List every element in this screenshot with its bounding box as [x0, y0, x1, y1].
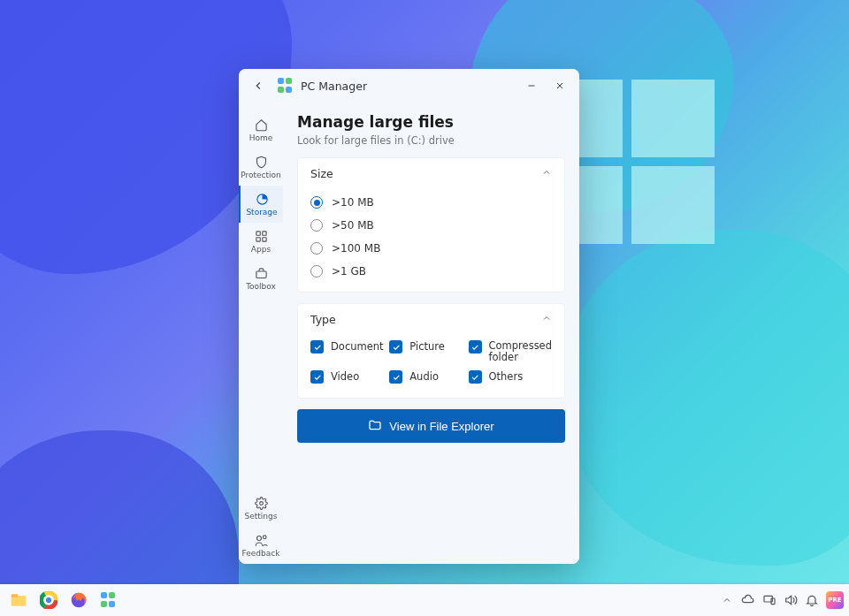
type-option-label: Others	[489, 370, 524, 383]
tray-dev-badge[interactable]: PRE	[826, 591, 844, 609]
pc-manager-window: PC Manager Home Protection	[239, 69, 579, 564]
tray-devices-icon[interactable]	[762, 593, 776, 607]
home-icon	[254, 118, 268, 132]
size-card-header[interactable]: Size	[298, 158, 564, 189]
svg-rect-3	[256, 237, 259, 240]
sidebar-item-storage[interactable]: Storage	[239, 186, 283, 223]
size-option-10mb[interactable]: >10 MB	[310, 191, 552, 214]
checkbox-icon	[310, 340, 324, 354]
sidebar-item-label: Settings	[245, 512, 278, 521]
titlebar[interactable]: PC Manager	[239, 69, 579, 103]
type-option-label: Audio	[409, 370, 439, 383]
size-title: Size	[310, 167, 333, 180]
size-option-label: >1 GB	[332, 265, 366, 278]
chevron-up-icon	[541, 167, 552, 180]
checkbox-icon	[469, 340, 482, 354]
radio-icon	[310, 196, 323, 209]
sidebar-item-feedback[interactable]: Feedback	[239, 527, 283, 564]
page-subtitle: Look for large files in (C:) drive	[297, 134, 565, 147]
size-card: Size >10 MB >50 MB	[297, 157, 565, 293]
sidebar-item-label: Protection	[241, 171, 281, 179]
sidebar-item-label: Apps	[251, 245, 271, 254]
chevron-up-icon	[541, 313, 552, 326]
type-option-picture[interactable]: Picture	[389, 340, 463, 363]
size-option-label: >100 MB	[332, 242, 380, 255]
desktop: PC Manager Home Protection	[0, 0, 849, 616]
radio-icon	[310, 219, 323, 232]
checkbox-icon	[389, 340, 402, 354]
taskbar-firefox[interactable]	[65, 587, 92, 613]
sidebar-item-apps[interactable]: Apps	[239, 223, 283, 260]
size-option-label: >10 MB	[332, 196, 374, 209]
size-option-label: >50 MB	[332, 219, 374, 232]
storage-icon	[255, 192, 269, 206]
pc-manager-logo-icon	[278, 78, 294, 94]
size-option-100mb[interactable]: >100 MB	[310, 237, 552, 260]
tray-volume-icon[interactable]	[784, 593, 798, 607]
type-card-header[interactable]: Type	[298, 304, 564, 335]
view-in-file-explorer-button[interactable]: View in File Explorer	[297, 409, 565, 443]
taskbar: PRE	[0, 584, 849, 616]
sidebar: Home Protection Storage Apps Toolbox	[239, 103, 283, 564]
svg-rect-2	[262, 231, 265, 234]
svg-point-6	[259, 501, 263, 505]
sidebar-item-label: Storage	[246, 208, 277, 217]
taskbar-file-explorer[interactable]	[5, 587, 32, 613]
folder-icon	[368, 418, 382, 435]
type-option-label: Picture	[409, 340, 445, 353]
page-title: Manage large files	[297, 113, 565, 131]
checkbox-icon	[389, 370, 402, 384]
checkbox-icon	[469, 370, 482, 384]
sidebar-item-label: Feedback	[242, 549, 280, 558]
svg-rect-19	[771, 598, 775, 605]
minimize-button[interactable]	[517, 72, 546, 99]
wallpaper-shape	[566, 230, 849, 566]
back-button[interactable]	[244, 72, 272, 99]
svg-rect-9	[11, 596, 27, 606]
size-option-50mb[interactable]: >50 MB	[310, 214, 552, 237]
type-option-others[interactable]: Others	[469, 370, 552, 384]
shield-icon	[254, 155, 268, 169]
type-option-compressed[interactable]: Compressed folder	[469, 340, 552, 363]
type-option-label: Compressed folder	[489, 340, 552, 363]
type-card: Type Document Picture	[297, 303, 565, 399]
tray-chevron-icon[interactable]	[720, 593, 734, 607]
type-title: Type	[310, 313, 336, 326]
size-option-1gb[interactable]: >1 GB	[310, 260, 552, 283]
sidebar-item-toolbox[interactable]: Toolbox	[239, 260, 283, 297]
radio-icon	[310, 265, 323, 278]
sidebar-item-home[interactable]: Home	[239, 111, 283, 148]
radio-icon	[310, 242, 323, 255]
svg-rect-4	[262, 237, 265, 240]
svg-point-8	[263, 535, 266, 538]
type-option-label: Video	[331, 370, 359, 383]
type-option-audio[interactable]: Audio	[389, 370, 463, 384]
button-label: View in File Explorer	[389, 420, 493, 433]
close-button[interactable]	[546, 72, 574, 99]
svg-rect-1	[256, 231, 259, 234]
sidebar-item-label: Home	[249, 133, 273, 142]
app-title: PC Manager	[301, 80, 517, 93]
tray-onedrive-icon[interactable]	[741, 593, 755, 607]
sidebar-item-label: Toolbox	[246, 282, 276, 291]
taskbar-chrome[interactable]	[35, 587, 62, 613]
svg-rect-5	[256, 271, 265, 278]
svg-rect-10	[11, 594, 19, 597]
tray-notifications-icon[interactable]	[805, 593, 819, 607]
gear-icon	[254, 496, 268, 510]
checkbox-icon	[310, 370, 324, 384]
system-tray: PRE	[720, 591, 844, 609]
toolbox-icon	[254, 266, 268, 280]
type-option-document[interactable]: Document	[310, 340, 384, 363]
type-option-video[interactable]: Video	[310, 370, 384, 384]
svg-point-7	[256, 536, 261, 540]
feedback-icon	[254, 533, 268, 547]
sidebar-item-settings[interactable]: Settings	[239, 490, 283, 527]
type-option-label: Document	[331, 340, 384, 353]
taskbar-pc-manager[interactable]	[96, 587, 122, 613]
apps-icon	[254, 229, 268, 243]
sidebar-item-protection[interactable]: Protection	[239, 148, 283, 186]
main-content: Manage large files Look for large files …	[283, 103, 579, 564]
